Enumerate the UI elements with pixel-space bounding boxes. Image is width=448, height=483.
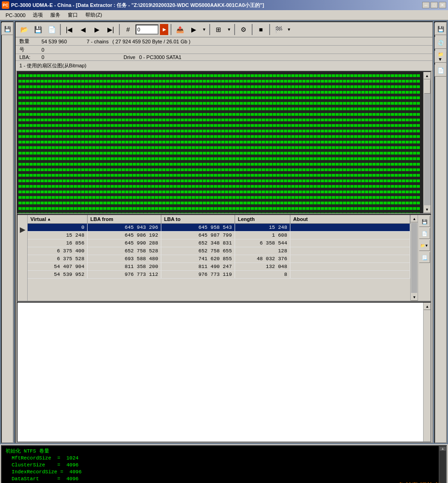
toolbar-go-btn[interactable]: ▶: [159, 24, 169, 36]
toolbar-export-btn[interactable]: 📤: [173, 24, 186, 36]
log-scroll-up[interactable]: ▲: [440, 447, 446, 451]
extended-scrollbar[interactable]: ▲ ▼: [423, 303, 430, 441]
table-row[interactable]: 54 539 952 976 773 112 976 773 119 8: [28, 271, 410, 279]
minimize-button[interactable]: ─: [422, 2, 430, 8]
toolbar-flag-drop-btn[interactable]: ▼: [286, 24, 292, 36]
bitmap-cell: [170, 119, 173, 121]
table-btn2[interactable]: 📄: [419, 228, 430, 239]
toolbar-save-btn[interactable]: 💾: [31, 24, 44, 36]
bitmap-cell: [118, 96, 121, 99]
table-row[interactable]: 54 407 904 811 358 200 811 490 247 132 0…: [28, 263, 410, 271]
log-scrollbar[interactable]: ▲ ▼: [439, 446, 446, 483]
right-icon2[interactable]: 💿: [435, 37, 447, 49]
bitmap-cell: [273, 146, 276, 149]
toolbar-flag-btn[interactable]: 🏁: [272, 24, 285, 36]
menu-service[interactable]: 服务: [47, 11, 64, 19]
toolbar-tools-btn[interactable]: ⚙: [237, 24, 250, 36]
bitmap-cell: [413, 74, 416, 77]
bitmap-cell: [229, 102, 232, 105]
bitmap-cell: [214, 80, 217, 83]
bitmap-cell: [118, 113, 121, 116]
bitmap-cell: [387, 107, 390, 110]
bitmap-cell: [107, 85, 110, 88]
toolbar-grid-drop-btn[interactable]: ▼: [226, 24, 232, 36]
toolbar-play-drop-btn[interactable]: ▼: [201, 24, 207, 36]
bitmap-cell: [391, 85, 394, 88]
bitmap-cell: [188, 113, 191, 116]
scroll-down-btn[interactable]: ▼: [424, 206, 431, 213]
table-btn3[interactable]: 📁▼: [419, 240, 430, 251]
th-lba-to[interactable]: LBA to: [161, 215, 235, 223]
table-row[interactable]: 0 645 943 296 645 958 543 15 248: [28, 224, 410, 232]
bitmap-cell: [417, 91, 420, 94]
th-lba-from[interactable]: LBA from: [88, 215, 161, 223]
bitmap-cell: [225, 80, 228, 83]
toolbar-open-btn[interactable]: 📂: [18, 24, 30, 36]
bitmap-cell: [129, 96, 132, 99]
menu-pc3000[interactable]: PC-3000: [2, 12, 29, 19]
bitmap-cell: [254, 191, 258, 193]
bitmap-cell: [225, 213, 228, 214]
th-length[interactable]: Length: [235, 215, 290, 223]
toolbar-first-btn[interactable]: |◀: [63, 24, 76, 36]
toolbar-prev-btn[interactable]: ◀: [77, 24, 89, 36]
bitmap-cell: [328, 107, 331, 110]
bitmap-cell: [125, 168, 129, 171]
toolbar-play-btn[interactable]: ▶: [187, 24, 200, 36]
bitmap-cell: [85, 196, 88, 199]
toolbar-next-btn[interactable]: ▶: [90, 24, 103, 36]
menu-options[interactable]: 选项: [29, 11, 47, 19]
table-btn1[interactable]: 💾: [419, 216, 430, 227]
table-row[interactable]: 6 375 528 693 588 480 741 620 855 48 032…: [28, 255, 410, 263]
bitmap-cell: [114, 124, 118, 127]
bitmap-cell: [33, 113, 36, 116]
bitmap-cell: [347, 196, 350, 199]
right-icon3[interactable]: 📁▼: [435, 51, 447, 63]
bitmap-cell: [210, 207, 213, 210]
bitmap-cell: [147, 107, 151, 110]
toolbar-copy-btn[interactable]: 📄: [45, 24, 58, 36]
right-icon1[interactable]: 💾: [435, 23, 447, 35]
maximize-button[interactable]: □: [430, 2, 438, 8]
bitmap-cell: [181, 80, 184, 83]
bitmap-cell: [199, 185, 202, 188]
th-virtual[interactable]: Virtual ▲: [28, 215, 88, 223]
bitmap-cell: [74, 191, 77, 193]
bitmap-cell: [225, 174, 228, 177]
scroll-thumb[interactable]: [424, 80, 430, 94]
bitmap-cell: [155, 74, 158, 77]
scroll-up-btn[interactable]: ▲: [424, 72, 431, 79]
toolbar-last-btn[interactable]: ▶|: [104, 24, 117, 36]
table-row[interactable]: 16 856 645 990 288 652 348 831 6 358 544: [28, 239, 410, 247]
ext-scroll-up[interactable]: ▲: [424, 303, 431, 310]
drive-label: Drive: [124, 54, 136, 60]
bitmap-cell: [361, 163, 365, 166]
bitmap-cell: [29, 113, 33, 116]
toolbar-stop-btn[interactable]: ■: [254, 24, 267, 36]
bitmap-cell: [254, 207, 258, 210]
bitmap-cell: [350, 85, 354, 88]
bitmap-cell: [240, 130, 243, 132]
right-icon4[interactable]: 📄: [435, 65, 447, 77]
table-scroll-down[interactable]: ▼: [411, 293, 418, 301]
close-button[interactable]: ✕: [439, 2, 446, 8]
bitmap-cell: [111, 107, 114, 110]
table-scrollbar[interactable]: ▲ ▼: [410, 215, 418, 301]
menu-window[interactable]: 窗口: [64, 11, 82, 19]
menu-help[interactable]: 帮助(Z): [82, 11, 106, 19]
toolbar-input[interactable]: 0: [136, 24, 159, 35]
bitmap-cell: [273, 202, 276, 204]
bitmap-cell: [218, 146, 221, 149]
bitmap-cell: [295, 196, 298, 199]
table-btn4[interactable]: 📃: [419, 252, 430, 263]
th-about[interactable]: About: [290, 215, 410, 223]
bitmap-scrollbar[interactable]: ▲ ▼: [423, 72, 430, 213]
bitmap-cell: [221, 196, 224, 199]
toolbar-hash-btn[interactable]: #: [122, 24, 135, 36]
table-row[interactable]: 15 248 645 986 192 645 987 799 1 608: [28, 232, 410, 239]
disk-icon-btn[interactable]: 💾: [1, 23, 13, 35]
table-scroll-up[interactable]: ▲: [411, 215, 418, 222]
toolbar-grid-btn[interactable]: ⊞: [212, 24, 225, 36]
table-row[interactable]: 6 375 400 652 758 528 652 758 655 128: [28, 247, 410, 255]
bitmap-cell: [81, 107, 84, 110]
